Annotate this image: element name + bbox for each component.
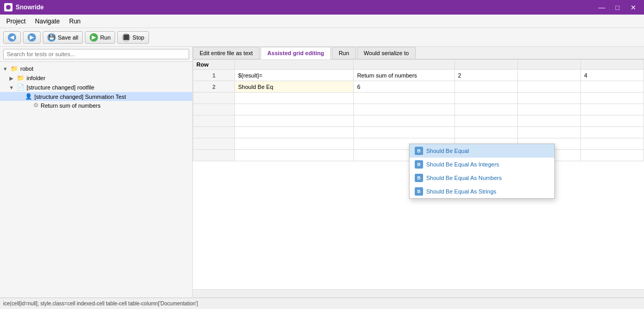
run-button[interactable]: ▶ Run — [85, 31, 115, 44]
cell-5-3[interactable] — [454, 115, 517, 127]
tree-toggle-robot: ▼ — [2, 66, 8, 72]
app-title: Snowride — [16, 4, 44, 11]
cell-3-4[interactable] — [517, 93, 580, 104]
save-all-label: Save all — [58, 34, 78, 41]
stop-icon: ⬛ — [122, 33, 130, 42]
table-row: 1 ${result}= Return sum of numbers 2 4 — [193, 70, 644, 81]
sidebar: ▼ 📁 robot ▶ 📁 infolder ▼ 📄 [structure ch… — [0, 47, 193, 298]
keyword-icon-1: B — [415, 160, 423, 169]
tree-item-robot[interactable]: ▼ 📁 robot — [0, 64, 192, 73]
cell-5-5[interactable] — [580, 115, 643, 127]
status-text: ice(cell[id=null]; style.class=cell inde… — [3, 301, 198, 306]
tree-container: ▼ 📁 robot ▶ 📁 infolder ▼ 📄 [structure ch… — [0, 62, 192, 298]
cell-4-1[interactable] — [235, 104, 354, 115]
tree-label-return: Return sum of numbers — [41, 102, 101, 109]
grid-header-col1 — [235, 60, 354, 70]
cell-4-5[interactable] — [580, 104, 643, 115]
cell-2-1[interactable] — [235, 81, 354, 93]
menu-project[interactable]: Project — [2, 17, 30, 26]
cell-6-1[interactable] — [235, 127, 354, 138]
tab-would-serialize[interactable]: Would serialize to — [357, 47, 416, 59]
tree-item-return-sum[interactable]: ⚙ Return sum of numbers — [0, 101, 192, 110]
grid-header-col3 — [454, 60, 517, 70]
cell-4-4[interactable] — [517, 104, 580, 115]
cell-editing-input[interactable] — [238, 84, 350, 90]
autocomplete-item-should-be-equal-as-strings[interactable]: B Should Be Equal As Strings — [410, 185, 554, 198]
cell-2-3[interactable] — [454, 81, 517, 93]
cell-8-1[interactable] — [235, 150, 354, 161]
cell-5-2[interactable] — [354, 115, 455, 127]
keyword-icon-2: B — [415, 174, 423, 182]
autocomplete-item-should-be-equal[interactable]: B Should Be Equal — [410, 144, 554, 158]
title-bar-left: Snowride — [4, 3, 44, 11]
title-bar: Snowride — □ ✕ — [0, 0, 644, 15]
cell-7-5[interactable] — [580, 138, 643, 150]
cell-4-2[interactable] — [354, 104, 455, 115]
tab-assisted-grid[interactable]: Assisted grid editing — [261, 47, 331, 59]
row-num-2: 2 — [193, 81, 235, 93]
autocomplete-label-3: Should Be Equal As Strings — [426, 188, 497, 195]
table-row: 2 6 — [193, 81, 644, 93]
run-label: Run — [100, 34, 110, 41]
search-box — [0, 47, 192, 62]
tab-run[interactable]: Run — [332, 47, 356, 59]
forward-button[interactable]: ▶ — [23, 31, 41, 44]
cell-3-1[interactable] — [235, 93, 354, 104]
menu-bar: Project Navigate Run — [0, 15, 644, 28]
tree-label-infolder: infolder — [27, 75, 45, 81]
autocomplete-item-should-be-equal-as-numbers[interactable]: B Should Be Equal As Numbers — [410, 171, 554, 185]
tree-toggle-infolder: ▶ — [8, 75, 15, 81]
table-row — [193, 93, 644, 104]
row-num-1: 1 — [193, 70, 235, 81]
autocomplete-item-should-be-equal-as-integers[interactable]: B Should Be Equal As Integers — [410, 158, 554, 171]
menu-run[interactable]: Run — [65, 17, 85, 26]
cell-2-4[interactable] — [517, 81, 580, 93]
close-button[interactable]: ✕ — [626, 2, 640, 12]
cell-3-5[interactable] — [580, 93, 643, 104]
cell-6-5[interactable] — [580, 127, 643, 138]
cell-5-1[interactable] — [235, 115, 354, 127]
cell-1-1[interactable]: ${result}= — [235, 70, 354, 81]
autocomplete-label-2: Should Be Equal As Numbers — [426, 175, 502, 181]
minimize-button[interactable]: — — [595, 2, 609, 12]
window-controls: — □ ✕ — [595, 2, 640, 12]
grid-header-col5 — [580, 60, 643, 70]
autocomplete-dropdown: B Should Be Equal B Should Be Equal As I… — [409, 144, 555, 199]
test-icon-summation: 👤 — [25, 93, 32, 100]
cell-1-5[interactable]: 4 — [580, 70, 643, 81]
cell-1-4[interactable] — [517, 70, 580, 81]
cell-1-2[interactable]: Return sum of numbers — [354, 70, 455, 81]
save-all-button[interactable]: 💾 Save all — [43, 31, 83, 44]
cell-4-3[interactable] — [454, 104, 517, 115]
cell-3-2[interactable] — [354, 93, 455, 104]
content-area: Edit entire file as text Assisted grid e… — [193, 47, 644, 298]
cell-7-1[interactable] — [235, 138, 354, 150]
tree-item-infolder[interactable]: ▶ 📁 infolder — [0, 73, 192, 83]
menu-navigate[interactable]: Navigate — [31, 17, 64, 26]
horizontal-scrollbar[interactable] — [193, 289, 644, 298]
cell-2-5[interactable] — [580, 81, 643, 93]
tree-item-rootfile[interactable]: ▼ 📄 [structure changed] rootfile — [0, 83, 192, 92]
maximize-button[interactable]: □ — [611, 2, 624, 12]
cell-3-3[interactable] — [454, 93, 517, 104]
cell-1-3[interactable]: 2 — [454, 70, 517, 81]
stop-button[interactable]: ⬛ Stop — [117, 31, 149, 44]
back-button[interactable]: ◀ — [3, 31, 21, 44]
tab-edit-text[interactable]: Edit entire file as text — [193, 47, 259, 59]
forward-icon: ▶ — [28, 33, 36, 42]
cell-6-2[interactable] — [354, 127, 455, 138]
table-row — [193, 127, 644, 138]
grid-header-col4 — [517, 60, 580, 70]
main-layout: ▼ 📁 robot ▶ 📁 infolder ▼ 📄 [structure ch… — [0, 47, 644, 298]
cell-8-5[interactable] — [580, 150, 643, 161]
search-input[interactable] — [3, 49, 189, 59]
stop-label: Stop — [132, 34, 144, 41]
cell-6-3[interactable] — [454, 127, 517, 138]
cell-5-4[interactable] — [517, 115, 580, 127]
tree-toggle-rootfile: ▼ — [8, 85, 15, 91]
folder-icon-infolder: 📁 — [17, 74, 24, 82]
cell-2-2[interactable]: 6 — [354, 81, 455, 93]
toolbar: ◀ ▶ 💾 Save all ▶ Run ⬛ Stop — [0, 28, 644, 47]
tree-item-summation-test[interactable]: 👤 [structure changed] Summation Test — [0, 92, 192, 101]
cell-6-4[interactable] — [517, 127, 580, 138]
